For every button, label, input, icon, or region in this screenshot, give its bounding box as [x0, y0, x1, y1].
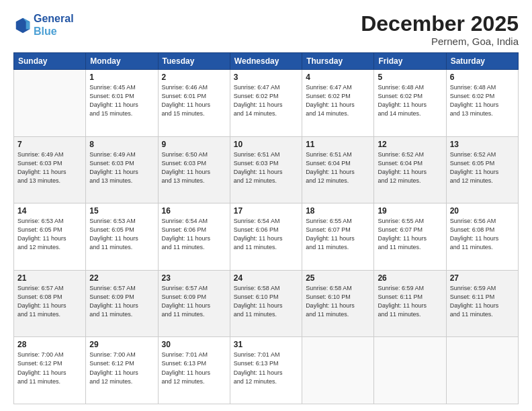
calendar-cell: 14Sunrise: 6:53 AMSunset: 6:05 PMDayligh… — [14, 203, 86, 271]
calendar-cell: 10Sunrise: 6:51 AMSunset: 6:03 PMDayligh… — [230, 136, 302, 203]
calendar-cell: 4Sunrise: 6:47 AMSunset: 6:02 PMDaylight… — [302, 70, 374, 137]
day-number: 30 — [162, 340, 226, 349]
calendar-week-row: 7Sunrise: 6:49 AMSunset: 6:03 PMDaylight… — [14, 136, 519, 203]
calendar-cell: 2Sunrise: 6:46 AMSunset: 6:01 PMDaylight… — [158, 70, 230, 137]
location: Pernem, Goa, India — [361, 36, 519, 47]
day-number: 10 — [234, 140, 298, 149]
day-info: Sunrise: 6:48 AMSunset: 6:02 PMDaylight:… — [450, 83, 515, 118]
calendar-cell: 9Sunrise: 6:50 AMSunset: 6:03 PMDaylight… — [158, 136, 230, 203]
day-info: Sunrise: 6:53 AMSunset: 6:05 PMDaylight:… — [17, 217, 82, 252]
page: General Blue December 2025 Pernem, Goa, … — [0, 0, 532, 411]
day-number: 1 — [89, 73, 154, 82]
day-number: 16 — [162, 206, 226, 216]
day-header-sunday: Sunday — [14, 53, 86, 70]
calendar-cell: 28Sunrise: 7:00 AMSunset: 6:12 PMDayligh… — [14, 337, 86, 404]
calendar-cell: 21Sunrise: 6:57 AMSunset: 6:08 PMDayligh… — [14, 270, 86, 337]
day-number: 29 — [89, 340, 154, 349]
day-number: 17 — [234, 206, 298, 216]
day-number: 26 — [378, 273, 442, 283]
day-info: Sunrise: 6:57 AMSunset: 6:09 PMDaylight:… — [89, 284, 154, 319]
day-number: 24 — [234, 273, 298, 283]
day-info: Sunrise: 6:58 AMSunset: 6:10 PMDaylight:… — [234, 284, 298, 319]
day-number: 28 — [17, 340, 82, 349]
day-header-friday: Friday — [374, 53, 446, 70]
day-number: 11 — [306, 140, 370, 149]
calendar-cell: 8Sunrise: 6:49 AMSunset: 6:03 PMDaylight… — [86, 136, 158, 203]
day-number: 9 — [162, 140, 226, 149]
day-info: Sunrise: 6:49 AMSunset: 6:03 PMDaylight:… — [17, 150, 82, 185]
calendar-cell: 1Sunrise: 6:45 AMSunset: 6:01 PMDaylight… — [86, 70, 158, 137]
day-number: 22 — [89, 273, 154, 283]
calendar-cell: 30Sunrise: 7:01 AMSunset: 6:13 PMDayligh… — [158, 337, 230, 404]
day-info: Sunrise: 6:52 AMSunset: 6:05 PMDaylight:… — [450, 150, 515, 185]
day-number: 5 — [378, 73, 442, 82]
day-number: 12 — [378, 140, 442, 149]
calendar-week-row: 1Sunrise: 6:45 AMSunset: 6:01 PMDaylight… — [14, 70, 519, 137]
day-number: 15 — [89, 206, 154, 216]
day-header-monday: Monday — [86, 53, 158, 70]
day-info: Sunrise: 6:52 AMSunset: 6:04 PMDaylight:… — [378, 150, 442, 185]
calendar-week-row: 21Sunrise: 6:57 AMSunset: 6:08 PMDayligh… — [14, 270, 519, 337]
calendar-cell — [302, 337, 374, 404]
day-info: Sunrise: 6:51 AMSunset: 6:03 PMDaylight:… — [234, 150, 298, 185]
day-info: Sunrise: 6:45 AMSunset: 6:01 PMDaylight:… — [89, 83, 154, 118]
calendar-cell: 29Sunrise: 7:00 AMSunset: 6:12 PMDayligh… — [86, 337, 158, 404]
day-info: Sunrise: 6:58 AMSunset: 6:10 PMDaylight:… — [306, 284, 370, 319]
day-header-wednesday: Wednesday — [230, 53, 302, 70]
calendar-cell: 27Sunrise: 6:59 AMSunset: 6:11 PMDayligh… — [446, 270, 518, 337]
calendar-cell: 20Sunrise: 6:56 AMSunset: 6:08 PMDayligh… — [446, 203, 518, 271]
calendar-table: SundayMondayTuesdayWednesdayThursdayFrid… — [13, 52, 519, 404]
day-header-saturday: Saturday — [446, 53, 518, 70]
day-number: 4 — [306, 73, 370, 82]
day-number: 21 — [17, 273, 82, 283]
calendar-cell: 17Sunrise: 6:54 AMSunset: 6:06 PMDayligh… — [230, 203, 302, 271]
day-number: 14 — [17, 206, 82, 216]
day-number: 25 — [306, 273, 370, 283]
logo-icon — [13, 15, 32, 34]
day-info: Sunrise: 7:00 AMSunset: 6:12 PMDaylight:… — [89, 351, 154, 385]
calendar-cell: 18Sunrise: 6:55 AMSunset: 6:07 PMDayligh… — [302, 203, 374, 271]
day-number: 3 — [234, 73, 298, 82]
calendar-cell: 19Sunrise: 6:55 AMSunset: 6:07 PMDayligh… — [374, 203, 446, 271]
day-header-tuesday: Tuesday — [158, 53, 230, 70]
day-header-thursday: Thursday — [302, 53, 374, 70]
day-info: Sunrise: 6:53 AMSunset: 6:05 PMDaylight:… — [89, 217, 154, 252]
calendar-cell: 24Sunrise: 6:58 AMSunset: 6:10 PMDayligh… — [230, 270, 302, 337]
calendar-cell: 12Sunrise: 6:52 AMSunset: 6:04 PMDayligh… — [374, 136, 446, 203]
day-info: Sunrise: 7:01 AMSunset: 6:13 PMDaylight:… — [162, 351, 226, 385]
day-info: Sunrise: 6:57 AMSunset: 6:09 PMDaylight:… — [162, 284, 226, 319]
day-info: Sunrise: 6:49 AMSunset: 6:03 PMDaylight:… — [89, 150, 154, 185]
day-info: Sunrise: 6:59 AMSunset: 6:11 PMDaylight:… — [378, 284, 442, 319]
calendar-cell: 7Sunrise: 6:49 AMSunset: 6:03 PMDaylight… — [14, 136, 86, 203]
logo-line1: General — [34, 12, 74, 25]
day-number: 2 — [162, 73, 226, 82]
calendar-cell: 15Sunrise: 6:53 AMSunset: 6:05 PMDayligh… — [86, 203, 158, 271]
day-info: Sunrise: 6:59 AMSunset: 6:11 PMDaylight:… — [450, 284, 515, 319]
logo-line2: Blue — [34, 25, 74, 38]
calendar-cell: 11Sunrise: 6:51 AMSunset: 6:04 PMDayligh… — [302, 136, 374, 203]
calendar-cell: 22Sunrise: 6:57 AMSunset: 6:09 PMDayligh… — [86, 270, 158, 337]
day-info: Sunrise: 6:47 AMSunset: 6:02 PMDaylight:… — [306, 83, 370, 118]
day-info: Sunrise: 7:01 AMSunset: 6:13 PMDaylight:… — [234, 351, 298, 385]
day-info: Sunrise: 6:55 AMSunset: 6:07 PMDaylight:… — [306, 217, 370, 252]
calendar-cell — [14, 70, 86, 137]
calendar-cell: 5Sunrise: 6:48 AMSunset: 6:02 PMDaylight… — [374, 70, 446, 137]
day-info: Sunrise: 6:56 AMSunset: 6:08 PMDaylight:… — [450, 217, 515, 252]
day-info: Sunrise: 6:57 AMSunset: 6:08 PMDaylight:… — [17, 284, 82, 319]
calendar-cell: 31Sunrise: 7:01 AMSunset: 6:13 PMDayligh… — [230, 337, 302, 404]
logo: General Blue — [13, 12, 74, 38]
day-info: Sunrise: 7:00 AMSunset: 6:12 PMDaylight:… — [17, 351, 82, 385]
calendar-cell — [374, 337, 446, 404]
day-info: Sunrise: 6:46 AMSunset: 6:01 PMDaylight:… — [162, 83, 226, 118]
calendar-cell: 13Sunrise: 6:52 AMSunset: 6:05 PMDayligh… — [446, 136, 518, 203]
svg-marker-2 — [26, 22, 30, 30]
calendar-week-row: 14Sunrise: 6:53 AMSunset: 6:05 PMDayligh… — [14, 203, 519, 271]
logo-text: General Blue — [34, 12, 74, 38]
day-number: 19 — [378, 206, 442, 216]
day-number: 6 — [450, 73, 515, 82]
calendar-cell: 25Sunrise: 6:58 AMSunset: 6:10 PMDayligh… — [302, 270, 374, 337]
day-number: 31 — [234, 340, 298, 349]
day-number: 7 — [17, 140, 82, 149]
day-number: 27 — [450, 273, 515, 283]
day-info: Sunrise: 6:55 AMSunset: 6:07 PMDaylight:… — [378, 217, 442, 252]
